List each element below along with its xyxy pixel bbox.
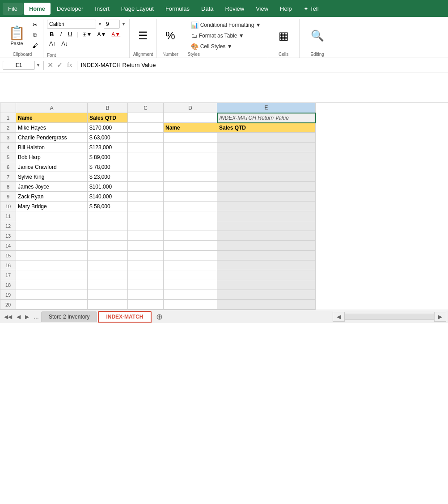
- cell-C17[interactable]: [128, 270, 164, 280]
- cells-large-btn[interactable]: ▦: [274, 20, 294, 52]
- menu-file[interactable]: File: [3, 3, 23, 15]
- cell-B9[interactable]: $140,000: [88, 192, 128, 202]
- cell-E8[interactable]: [217, 182, 316, 192]
- cell-D16[interactable]: [164, 260, 217, 270]
- cell-A9[interactable]: Zack Ryan: [16, 192, 88, 202]
- cell-D8[interactable]: [164, 182, 217, 192]
- cell-E3[interactable]: [217, 133, 316, 143]
- cell-C6[interactable]: [128, 162, 164, 172]
- editing-large-btn[interactable]: 🔍: [306, 20, 329, 52]
- cell-A6[interactable]: Janice Crawford: [16, 162, 88, 172]
- cell-D14[interactable]: [164, 241, 217, 251]
- cell-D13[interactable]: [164, 231, 217, 241]
- cell-A13[interactable]: [16, 231, 88, 241]
- copy-button[interactable]: ⧉: [30, 30, 40, 40]
- menu-formulas[interactable]: Formulas: [160, 3, 195, 15]
- cell-C4[interactable]: [128, 143, 164, 152]
- cell-E6[interactable]: [217, 162, 316, 172]
- cell-A18[interactable]: [16, 280, 88, 290]
- col-header-c[interactable]: C: [128, 103, 164, 113]
- bold-button[interactable]: B: [47, 30, 56, 38]
- col-header-d[interactable]: D: [164, 103, 217, 113]
- border-button[interactable]: ⊞▼: [80, 30, 94, 38]
- cell-A4[interactable]: Bill Halston: [16, 143, 88, 152]
- cell-C3[interactable]: [128, 133, 164, 143]
- col-header-b[interactable]: B: [88, 103, 128, 113]
- cell-D9[interactable]: [164, 192, 217, 202]
- cell-E9[interactable]: [217, 192, 316, 202]
- menu-developer[interactable]: Developer: [51, 3, 89, 15]
- cell-B2[interactable]: $170,000: [88, 123, 128, 133]
- insert-function-button[interactable]: fx: [64, 61, 75, 70]
- cell-D6[interactable]: [164, 162, 217, 172]
- cell-D12[interactable]: [164, 221, 217, 231]
- scroll-right-btn[interactable]: ▶: [434, 312, 446, 322]
- cell-E20[interactable]: [217, 300, 316, 310]
- cell-B8[interactable]: $101,000: [88, 182, 128, 192]
- cell-E16[interactable]: [217, 260, 316, 270]
- cell-B12[interactable]: [88, 221, 128, 231]
- format-painter-button[interactable]: 🖌: [30, 41, 40, 50]
- cell-C8[interactable]: [128, 182, 164, 192]
- font-name-input[interactable]: [47, 20, 96, 29]
- cell-A20[interactable]: [16, 300, 88, 310]
- decrease-font-button[interactable]: A↓: [59, 39, 70, 48]
- menu-insert[interactable]: Insert: [89, 3, 115, 15]
- cell-C9[interactable]: [128, 192, 164, 202]
- cell-B18[interactable]: [88, 280, 128, 290]
- cell-A7[interactable]: Sylvie King: [16, 172, 88, 182]
- col-header-e[interactable]: E: [217, 103, 316, 113]
- underline-button[interactable]: U: [65, 30, 75, 38]
- menu-tell[interactable]: ✦ Tell: [298, 3, 324, 15]
- cell-E18[interactable]: [217, 280, 316, 290]
- cell-C16[interactable]: [128, 260, 164, 270]
- cell-E1[interactable]: INDEX-MATCH Return Value: [217, 113, 316, 123]
- name-box-dropdown[interactable]: ▼: [35, 63, 42, 67]
- cell-E13[interactable]: [217, 231, 316, 241]
- cell-C12[interactable]: [128, 221, 164, 231]
- cell-A11[interactable]: [16, 211, 88, 221]
- cell-B10[interactable]: $ 58,000: [88, 202, 128, 211]
- cell-C14[interactable]: [128, 241, 164, 251]
- cell-C19[interactable]: [128, 290, 164, 300]
- cell-D20[interactable]: [164, 300, 217, 310]
- increase-font-button[interactable]: A↑: [47, 39, 58, 48]
- fill-color-button[interactable]: A▼: [95, 30, 108, 38]
- menu-view[interactable]: View: [250, 3, 274, 15]
- font-size-dropdown[interactable]: ▼: [122, 22, 126, 26]
- cell-D7[interactable]: [164, 172, 217, 182]
- cell-C18[interactable]: [128, 280, 164, 290]
- cell-D19[interactable]: [164, 290, 217, 300]
- cell-C20[interactable]: [128, 300, 164, 310]
- cell-D18[interactable]: [164, 280, 217, 290]
- number-large-btn[interactable]: %: [161, 20, 180, 52]
- sheet-tab-store2[interactable]: Store 2 Inventory: [41, 311, 97, 322]
- menu-data[interactable]: Data: [196, 3, 219, 15]
- cell-A10[interactable]: Mary Bridge: [16, 202, 88, 211]
- scroll-left-btn[interactable]: ◀: [333, 312, 345, 322]
- cell-B3[interactable]: $ 63,000: [88, 133, 128, 143]
- cell-B5[interactable]: $ 89,000: [88, 152, 128, 162]
- cell-C11[interactable]: [128, 211, 164, 221]
- cell-C13[interactable]: [128, 231, 164, 241]
- cell-E14[interactable]: [217, 241, 316, 251]
- cell-C1[interactable]: [128, 113, 164, 123]
- col-header-a[interactable]: A: [16, 103, 88, 113]
- font-name-dropdown[interactable]: ▼: [98, 22, 102, 26]
- font-size-input[interactable]: [104, 20, 120, 29]
- cell-E11[interactable]: [217, 211, 316, 221]
- cell-C5[interactable]: [128, 152, 164, 162]
- cell-A14[interactable]: [16, 241, 88, 251]
- cell-A8[interactable]: James Joyce: [16, 182, 88, 192]
- cut-button[interactable]: ✂: [30, 20, 40, 29]
- cell-B17[interactable]: [88, 270, 128, 280]
- menu-review[interactable]: Review: [220, 3, 250, 15]
- cell-A1[interactable]: Name: [16, 113, 88, 123]
- conditional-formatting-button[interactable]: 📊 Conditional Formatting ▼: [188, 20, 264, 30]
- cell-B7[interactable]: $ 23,000: [88, 172, 128, 182]
- cell-E7[interactable]: [217, 172, 316, 182]
- cell-B19[interactable]: [88, 290, 128, 300]
- cell-A15[interactable]: [16, 251, 88, 260]
- cell-B11[interactable]: [88, 211, 128, 221]
- menu-page-layout[interactable]: Page Layout: [116, 3, 159, 15]
